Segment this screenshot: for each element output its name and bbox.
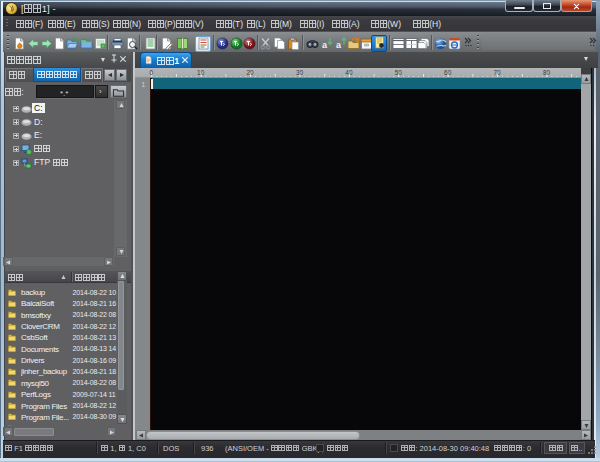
svg-text:a: a [322, 40, 328, 50]
svg-text:a: a [336, 40, 342, 50]
